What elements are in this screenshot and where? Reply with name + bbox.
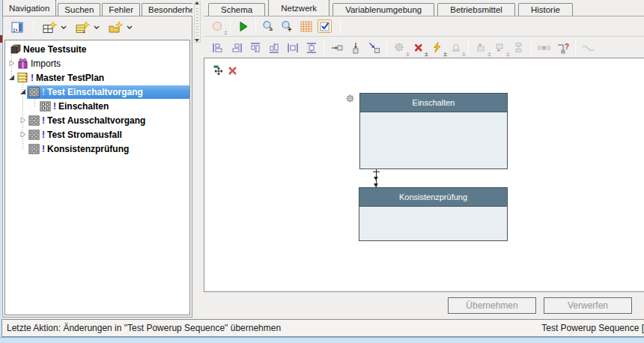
tree-item-label[interactable]: Neue Testsuite [23,44,86,55]
delete-plusminus-icon[interactable] [411,41,425,55]
tree-item[interactable]: Neue Testsuite [5,42,189,56]
tab-navigation[interactable]: Navigation [2,0,56,16]
clear-plusminus-icon[interactable] [449,41,463,55]
tree-item[interactable]: ! Master TestPlan [5,70,189,85]
zoom-in-icon[interactable]: + [280,19,294,33]
tree-item-label[interactable]: Einschalten [58,101,109,112]
lightning-plusminus-icon[interactable] [430,41,444,55]
grid-icon[interactable] [299,19,313,33]
testsuite-icon [9,43,21,55]
expand-expanded-icon[interactable] [19,88,27,96]
splitter-arrow-up-icon[interactable] [195,1,199,4]
tree-item[interactable]: ! Test Stromausfall [5,127,189,142]
chevron-down-icon[interactable] [127,25,133,30]
tree-item-label[interactable]: Test Ausschaltvorgang [47,115,145,126]
editor-tab-bar: Schema Netzwerk Variablenumgebung Betrie… [208,0,644,16]
delete-selection-icon[interactable] [227,65,237,76]
connection-start-bar [373,172,380,172]
insert-diagonal-icon[interactable] [367,41,381,55]
disconnect-icon[interactable] [537,41,551,55]
chevron-down-icon[interactable] [94,25,100,30]
navigation-toolbar [3,16,192,39]
tree-item[interactable]: Imports [5,56,189,70]
network-canvas[interactable]: Einschalten Konsistenzprüfung [204,58,644,292]
testcase-icon [28,129,40,140]
view-window-icon[interactable] [9,19,25,36]
tab-suchen[interactable]: Suchen [58,3,100,16]
status-current-testplan: Test Powerup Sequence [m [541,323,644,333]
center-vertical-icon[interactable] [304,41,318,55]
connection-query-icon[interactable]: ? [556,41,570,55]
expand-collapsed-icon[interactable] [19,116,27,124]
tree-item-label[interactable]: Konsistenzprüfung [47,144,129,154]
toolbar-separator [33,20,34,35]
zoom-out-icon[interactable]: − [261,19,276,33]
toolbar-separator [323,40,324,55]
toolbar-separator [386,40,387,55]
tree-item[interactable]: ! Konsistenzprüfung [5,142,189,156]
move-mode-icon[interactable] [213,65,224,76]
remove-plusminus-icon[interactable] [210,19,225,33]
expand-collapsed-icon[interactable] [7,59,16,67]
tree-item-label[interactable]: Test Einschaltvorgang [47,87,143,97]
exclaim-mark: ! [42,115,45,126]
network-toolbar-align: ? [204,37,644,58]
tab-betriebsmittel[interactable]: Betriebsmittel [437,3,515,16]
node-einschalten[interactable]: Einschalten [359,93,508,169]
chevron-down-icon[interactable] [61,25,67,30]
apply-button-bar: Übernehmen Verwerfen [204,292,644,319]
exclaim-mark: ! [42,130,45,140]
exclaim-mark: ! [31,73,34,83]
splitter-handle[interactable] [194,1,201,43]
gear-icon[interactable] [345,94,355,103]
align-right-icon[interactable] [229,41,243,55]
tree-item[interactable]: ! Test Ausschaltvorgang [5,113,189,127]
align-top-icon[interactable] [248,41,262,55]
port-bottom-icon[interactable] [493,41,507,55]
ports-both-icon[interactable] [511,41,526,55]
testplan-icon [16,72,28,83]
center-horizontal-icon[interactable] [285,41,300,55]
expand-expanded-icon[interactable] [7,73,16,82]
panel-splitter[interactable] [193,0,201,318]
tree-item-selected[interactable]: ! Test Einschaltvorgang [5,85,189,99]
toolbar-separator [468,40,469,55]
imports-gift-icon [16,58,28,69]
tree-item-label[interactable]: Imports [31,58,61,69]
new-testcase-icon[interactable] [41,19,58,36]
tree-item-label[interactable]: Master TestPlan [36,73,104,83]
node-konsistenzpruefung[interactable]: Konsistenzprüfung [359,187,508,241]
port-top-icon[interactable] [474,41,488,55]
tree-item[interactable]: ! Einschalten [5,99,189,113]
gear-plusminus-icon[interactable] [392,41,407,55]
tab-historie[interactable]: Historie [518,3,573,16]
tab-besonderheiten[interactable]: Besonderheiten [142,3,192,16]
svg-text:?: ? [565,43,569,51]
exclaim-mark: ! [42,144,45,154]
align-left-icon[interactable] [210,41,225,55]
testcase-icon [28,143,40,154]
tab-netzwerk[interactable]: Netzwerk [268,0,329,16]
run-icon[interactable] [236,19,250,33]
tab-fehler[interactable]: Fehler [102,3,140,16]
left-tab-bar: Navigation Suchen Fehler Besonderheiten [2,0,192,16]
uebernehmen-button[interactable]: Übernehmen [448,297,536,314]
tree-item-label[interactable]: Test Stromausfall [47,130,122,140]
expand-collapsed-icon[interactable] [19,130,27,139]
network-toolbar-main: − + [204,16,644,37]
align-bottom-icon[interactable] [267,41,281,55]
connection-line-icon[interactable] [581,41,595,55]
testcase-icon [28,86,40,97]
window-bottom-edge [0,337,644,343]
splitter-arrow-down-icon[interactable] [195,39,199,42]
status-bar: Letzte Aktion: Änderungen in "Test Power… [1,319,644,337]
snap-check-icon[interactable] [318,19,332,33]
insert-below-icon[interactable] [348,41,362,55]
tab-variablenumgebung[interactable]: Variablenumgebung [332,3,434,16]
new-testplan-icon[interactable] [74,19,91,36]
new-folder-icon[interactable] [107,19,124,36]
toolbar-separator [255,19,256,34]
insert-right-icon[interactable] [329,41,344,55]
verwerfen-button[interactable]: Verwerfen [544,297,632,314]
tab-schema[interactable]: Schema [208,3,265,16]
